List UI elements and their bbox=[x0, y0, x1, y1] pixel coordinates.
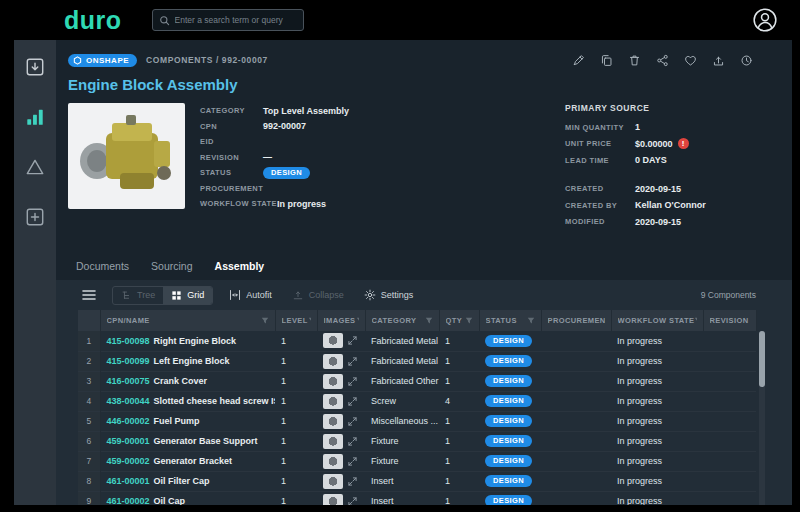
column-header[interactable]: CATEGORY bbox=[365, 310, 439, 331]
info-fields: CATEGORY Top Level Assembly CPN 992-0000… bbox=[200, 103, 500, 230]
cpn-link[interactable]: 459-00002 bbox=[107, 456, 150, 466]
row-thumbnail[interactable] bbox=[323, 474, 343, 489]
cpn-link[interactable]: 459-00001 bbox=[107, 436, 150, 446]
cpn-link[interactable]: 416-00075 bbox=[107, 376, 150, 386]
column-header[interactable]: LEVEL bbox=[275, 310, 317, 331]
component-name: Generator Base Support bbox=[154, 436, 258, 446]
expand-icon[interactable] bbox=[348, 336, 357, 345]
row-thumbnail[interactable] bbox=[323, 374, 343, 389]
column-header-label: WORKFLOW STATE bbox=[618, 316, 695, 325]
sidebar-item-change-orders[interactable] bbox=[24, 156, 46, 178]
table-row[interactable]: 5 446-00002Fuel Pump 1 bbox=[78, 411, 756, 431]
duplicate-button[interactable] bbox=[600, 53, 614, 67]
cpn-link[interactable]: 446-00002 bbox=[107, 416, 150, 426]
filter-icon[interactable] bbox=[749, 317, 750, 325]
status-badge: DESIGN bbox=[485, 395, 532, 407]
filter-icon[interactable] bbox=[527, 317, 535, 325]
column-header[interactable]: CPN/NAME bbox=[100, 310, 275, 331]
sidebar-item-inbox[interactable] bbox=[24, 56, 46, 78]
component-header: ONSHAPE COMPONENTS / 992-00007 Engine Bl… bbox=[56, 40, 792, 252]
status-cell: DESIGN bbox=[479, 351, 541, 371]
filter-icon[interactable] bbox=[308, 317, 311, 325]
component-count: 9 Components bbox=[701, 290, 756, 300]
autofit-button[interactable]: Autofit bbox=[225, 286, 276, 304]
tab-sourcing[interactable]: Sourcing bbox=[151, 260, 192, 272]
history-button[interactable] bbox=[740, 53, 754, 67]
expand-icon[interactable] bbox=[348, 417, 357, 426]
column-header[interactable]: QTY bbox=[439, 310, 479, 331]
onshape-badge[interactable]: ONSHAPE bbox=[68, 54, 137, 67]
cpn-link[interactable]: 461-00002 bbox=[107, 496, 150, 505]
row-thumbnail[interactable] bbox=[323, 354, 343, 369]
sidebar-item-new-release[interactable] bbox=[24, 206, 46, 228]
table-row[interactable]: 6 459-00001Generator Base Support 1 bbox=[78, 431, 756, 451]
edit-button[interactable] bbox=[572, 53, 586, 67]
delete-button[interactable] bbox=[628, 53, 642, 67]
row-thumbnail[interactable] bbox=[323, 494, 343, 506]
table-scrollbar[interactable] bbox=[759, 331, 765, 505]
grid-view-button[interactable]: Grid bbox=[163, 287, 212, 304]
procurement-cell bbox=[541, 391, 611, 411]
column-header[interactable]: IMAGES bbox=[317, 310, 365, 331]
column-header[interactable]: WORKFLOW STATE bbox=[611, 310, 703, 331]
expand-icon[interactable] bbox=[348, 497, 357, 506]
table-row[interactable]: 1 415-00098Right Engine Block 1 bbox=[78, 331, 756, 351]
expand-icon[interactable] bbox=[348, 477, 357, 486]
table-row[interactable]: 4 438-00044Slotted cheese head screw IS.… bbox=[78, 391, 756, 411]
tab-assembly[interactable]: Assembly bbox=[215, 260, 265, 272]
component-name: Left Engine Block bbox=[154, 356, 230, 366]
settings-button[interactable]: Settings bbox=[360, 286, 418, 304]
favorite-button[interactable] bbox=[684, 53, 698, 67]
scrollbar-thumb[interactable] bbox=[759, 331, 765, 387]
tab-documents[interactable]: Documents bbox=[76, 260, 129, 272]
cpn-link[interactable]: 415-00099 bbox=[107, 356, 150, 366]
expand-icon[interactable] bbox=[348, 357, 357, 366]
column-header[interactable]: REVISION bbox=[703, 310, 756, 331]
filter-icon[interactable] bbox=[694, 317, 696, 325]
search-input[interactable] bbox=[175, 15, 297, 25]
row-number: 6 bbox=[78, 431, 100, 451]
user-avatar[interactable] bbox=[752, 7, 778, 33]
component-details: CATEGORY Top Level Assembly CPN 992-0000… bbox=[68, 103, 780, 230]
category-cell: Fabricated Metal bbox=[365, 331, 439, 351]
tree-view-button[interactable]: Tree bbox=[113, 287, 163, 304]
share-button[interactable] bbox=[656, 53, 670, 67]
export-button[interactable] bbox=[712, 53, 726, 67]
sidebar-item-components[interactable] bbox=[24, 106, 46, 128]
cpn-link[interactable]: 461-00001 bbox=[107, 476, 150, 486]
table-row[interactable]: 7 459-00002Generator Bracket 1 bbox=[78, 451, 756, 471]
expand-icon[interactable] bbox=[348, 377, 357, 386]
table-row[interactable]: 3 416-00075Crank Cover 1 bbox=[78, 371, 756, 391]
sidebar bbox=[14, 40, 56, 505]
table-row[interactable]: 2 415-00099Left Engine Block 1 bbox=[78, 351, 756, 371]
expand-icon[interactable] bbox=[348, 437, 357, 446]
row-thumbnail[interactable] bbox=[323, 454, 343, 469]
cpn-link[interactable]: 438-00044 bbox=[107, 396, 150, 406]
row-thumbnail[interactable] bbox=[323, 414, 343, 429]
table-row[interactable]: 9 461-00002Oil Cap 1 bbox=[78, 491, 756, 505]
menu-button[interactable] bbox=[78, 286, 100, 304]
table-row[interactable]: 8 461-00001Oil Filter Cap 1 bbox=[78, 471, 756, 491]
field-workflow-state: WORKFLOW STATE In progress bbox=[200, 196, 500, 212]
cpn-link[interactable]: 415-00098 bbox=[107, 336, 150, 346]
category-cell: Fabricated Metal bbox=[365, 351, 439, 371]
row-thumbnail[interactable] bbox=[323, 333, 343, 348]
breadcrumb[interactable]: COMPONENTS / 992-00007 bbox=[146, 55, 268, 65]
revision-cell bbox=[703, 411, 756, 431]
row-thumbnail[interactable] bbox=[323, 394, 343, 409]
category-cell: Miscellaneous ... bbox=[365, 411, 439, 431]
product-image[interactable] bbox=[68, 103, 185, 209]
row-thumbnail[interactable] bbox=[323, 434, 343, 449]
column-header[interactable]: PROCUREMENT bbox=[541, 310, 611, 331]
filter-icon[interactable] bbox=[465, 317, 473, 325]
qty-cell: 1 bbox=[439, 371, 479, 391]
filter-icon[interactable] bbox=[425, 317, 433, 325]
column-header[interactable]: STATUS bbox=[479, 310, 541, 331]
app-logo[interactable]: duro bbox=[64, 8, 122, 33]
expand-icon[interactable] bbox=[348, 457, 357, 466]
filter-icon[interactable] bbox=[261, 317, 269, 325]
collapse-button[interactable]: Collapse bbox=[288, 286, 348, 304]
filter-icon[interactable] bbox=[356, 317, 359, 325]
expand-icon[interactable] bbox=[348, 397, 357, 406]
field-label: CREATED bbox=[565, 184, 635, 193]
